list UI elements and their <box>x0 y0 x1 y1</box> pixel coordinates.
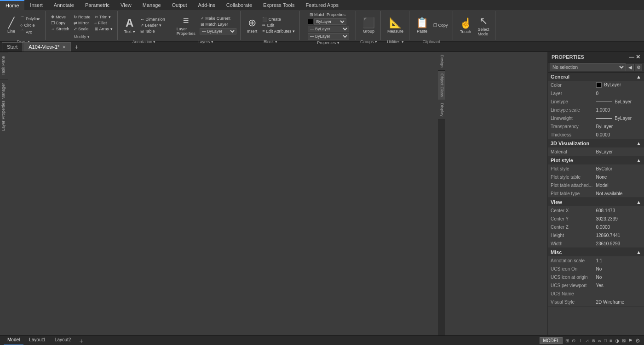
group-button[interactable]: ⬛ Group <box>360 12 378 39</box>
model-tab[interactable]: Model <box>4 336 23 345</box>
display-tab[interactable]: Display <box>438 100 445 120</box>
paste-button[interactable]: 📋 Paste <box>413 12 431 39</box>
tab-addins[interactable]: Add-ins <box>193 0 221 10</box>
centery-prop-value: 3023.2339 <box>596 216 642 221</box>
ortho-toggle[interactable]: ⊥ <box>578 338 582 343</box>
create-block-button[interactable]: ⬛ Create <box>260 17 297 22</box>
modify-trim-button[interactable]: ✂ Trim ▾ <box>93 14 115 20</box>
annotation-dimension-button[interactable]: ↔ Dimension <box>138 17 167 22</box>
annotation-table-button[interactable]: ⊞ Table <box>138 28 167 34</box>
doc-tab-close-button[interactable]: ✕ <box>62 45 66 50</box>
group-icon: ⬛ <box>362 17 375 29</box>
object-class-tab[interactable]: Object Class <box>438 71 445 100</box>
prop-width-row: Width 23610.9293 <box>548 239 644 248</box>
tab-view[interactable]: View <box>115 0 137 10</box>
layout2-tab[interactable]: Layout2 <box>51 336 75 345</box>
model-indicator[interactable]: MODEL <box>540 337 563 344</box>
doc-tab-a104[interactable]: A104-View-1* ✕ <box>23 42 71 51</box>
ducs-toggle[interactable]: □ <box>604 338 607 343</box>
draw-line-button[interactable]: ╱ Line <box>5 12 18 39</box>
color-select[interactable]: ByLayer <box>314 18 346 25</box>
color-swatch <box>308 19 313 24</box>
tab-home[interactable]: Home <box>0 0 24 10</box>
match-properties-button[interactable]: ⊞ Match Properties <box>308 12 348 17</box>
tab-insert[interactable]: Insert <box>24 0 48 10</box>
tab-manage[interactable]: Manage <box>137 0 167 10</box>
modify-rotate-button[interactable]: ↻ Rotate <box>72 14 92 20</box>
osnap-toggle[interactable]: ⊛ <box>592 338 595 343</box>
annotation-text-button[interactable]: A Text ▾ <box>121 12 138 39</box>
polar-toggle[interactable]: ⊿ <box>585 338 589 343</box>
modify-copy-button[interactable]: ❐ Copy <box>49 20 71 26</box>
make-current-button[interactable]: ✓ Make Current <box>199 16 237 21</box>
match-layer-button[interactable]: ⊞ Match Layer <box>199 22 237 27</box>
transparency-toggle[interactable]: ◑ <box>615 338 619 343</box>
otrack-toggle[interactable]: ∞ <box>598 338 601 343</box>
modify-fillet-button[interactable]: ⌐ Fillet <box>93 20 115 26</box>
snap-toggle[interactable]: ⊙ <box>572 338 575 343</box>
edit-attributes-button[interactable]: ≡ Edit Attributes ▾ <box>260 28 297 34</box>
tab-expresstools[interactable]: Express Tools <box>258 0 300 10</box>
properties-group-label: Properties ▾ <box>317 40 339 45</box>
general-label: General <box>551 74 569 79</box>
prop-plottableattached-row: Plot table attached... Model <box>548 181 644 189</box>
tab-featuredapps[interactable]: Featured Apps <box>300 0 344 10</box>
layer-select[interactable]: — ByLayer <box>200 28 236 34</box>
modify-move-button[interactable]: ✥ Move <box>49 14 71 20</box>
prop-ucsperviewport-row: UCS per viewport Yes <box>548 281 644 289</box>
tab-parametric[interactable]: Parametric <box>80 0 115 10</box>
copy-button[interactable]: ❐ Copy <box>431 23 450 28</box>
plotstyle-section-header[interactable]: Plot style ▲ <box>548 156 644 164</box>
general-section-header[interactable]: General ▲ <box>548 73 644 81</box>
task-pane-tab[interactable]: Task Pane <box>0 52 8 79</box>
doc-tab-start[interactable]: Start <box>2 42 23 51</box>
measure-icon: 📐 <box>389 17 402 29</box>
selection-cycle-toggle[interactable]: ⊠ <box>622 338 626 343</box>
plottableattached-prop-label: Plot table attached... <box>551 183 596 188</box>
visualstyle-prop-label: Visual Style <box>551 300 596 305</box>
settings-button[interactable]: ⚙ <box>635 338 640 344</box>
tab-output[interactable]: Output <box>167 0 193 10</box>
draw-arc-button[interactable]: ⌒Arc <box>18 28 42 35</box>
misc-section-header[interactable]: Misc ▲ <box>548 248 644 256</box>
modify-scale-button[interactable]: ⤢ Scale <box>72 26 92 32</box>
ribbon-group-view: ☝ Touch ↖ SelectMode <box>454 11 495 40</box>
annotation-monitor-toggle[interactable]: ⚑ <box>628 338 632 343</box>
add-tab-button[interactable]: + <box>72 42 81 51</box>
insert-button[interactable]: ⊕ Insert <box>244 12 260 39</box>
panel-toggle-btn2[interactable]: ⚙ <box>635 64 642 71</box>
lineweight-toggle[interactable]: ≡ <box>610 338 612 343</box>
modify-mirror-button[interactable]: ⇌ Mirror <box>72 20 92 26</box>
linetype-select[interactable]: — ByLayer <box>308 26 349 32</box>
touch-button[interactable]: ☝ Touch <box>457 12 475 39</box>
selection-dropdown[interactable]: No selection <box>550 63 626 71</box>
lineweight-select[interactable]: — ByLayer <box>308 33 349 40</box>
thickness-prop-label: Thickness <box>551 132 596 137</box>
tab-annotate[interactable]: Annotate <box>48 0 80 10</box>
design-tab[interactable]: Design <box>438 52 445 71</box>
modify-stretch-button[interactable]: ↔ Stretch <box>49 26 71 32</box>
draw-polyline-button[interactable]: ⌒Polyline <box>18 15 42 22</box>
layout1-tab[interactable]: Layout1 <box>25 336 49 345</box>
select-mode-button[interactable]: ↖ SelectMode <box>475 12 492 39</box>
tab-collaborate[interactable]: Collaborate <box>221 0 258 10</box>
viz3d-section-header[interactable]: 3D Visualization ▲ <box>548 139 644 147</box>
edit-block-button[interactable]: ✏ Edit <box>260 23 297 28</box>
canvas-wrapper: DN DN <box>8 52 547 335</box>
annotation-leader-button[interactable]: ↗ Leader ▾ <box>138 23 167 28</box>
view-section-header[interactable]: View ▲ <box>548 198 644 206</box>
panel-toggle-btn1[interactable]: ◀ <box>627 64 634 71</box>
select-icon: ↖ <box>479 15 488 27</box>
add-layout-button[interactable]: + <box>76 336 86 345</box>
layer-properties-button[interactable]: ≡ LayerProperties <box>174 12 198 39</box>
plotstyle-prop-value: ByColor <box>596 166 642 171</box>
panel-close-button[interactable]: ✕ <box>636 54 640 60</box>
layer-properties-manager-tab[interactable]: Layer Properties Manager <box>0 79 8 135</box>
panel-minimize-button[interactable]: — <box>629 54 634 60</box>
grid-toggle[interactable]: ⊞ <box>565 338 569 343</box>
draw-circle-button[interactable]: ○Circle <box>18 23 42 28</box>
clipboard-group-label: Clipboard <box>423 40 441 44</box>
modify-array-button[interactable]: ⊞ Array ▾ <box>93 26 115 32</box>
measure-button[interactable]: 📐 Measure <box>385 12 406 39</box>
ucsiconatorigin-prop-value: No <box>596 275 642 280</box>
